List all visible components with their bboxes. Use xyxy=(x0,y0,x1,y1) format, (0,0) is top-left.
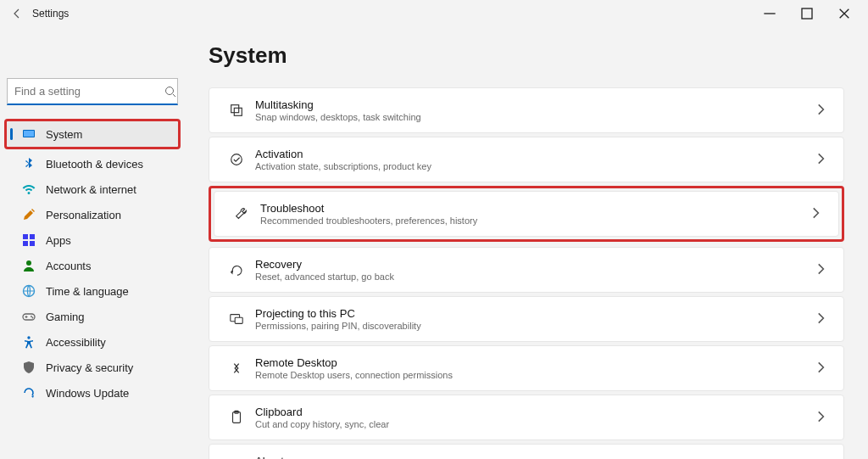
svg-rect-10 xyxy=(23,314,35,320)
chevron-right-icon xyxy=(813,311,828,328)
multitasking-icon xyxy=(225,103,248,118)
sidebar: System Bluetooth & devices Network & int… xyxy=(0,27,185,459)
highlight-troubleshoot-card: Troubleshoot Recommended troubleshooters… xyxy=(209,186,844,242)
chevron-right-icon xyxy=(813,102,828,120)
sidebar-item-accounts[interactable]: Accounts xyxy=(7,253,178,278)
sidebar-item-privacy[interactable]: Privacy & security xyxy=(7,355,178,380)
personalization-icon xyxy=(22,208,36,221)
close-icon xyxy=(837,7,851,20)
sidebar-item-apps[interactable]: Apps xyxy=(7,227,178,253)
page-title: System xyxy=(209,42,844,69)
svg-rect-15 xyxy=(234,108,242,115)
accounts-icon xyxy=(22,259,36,272)
card-subtitle: Recommended troubleshooters, preferences… xyxy=(260,216,808,226)
card-subtitle: Permissions, pairing PIN, discoverabilit… xyxy=(255,321,813,331)
card-troubleshoot[interactable]: Troubleshoot Recommended troubleshooters… xyxy=(214,191,839,237)
svg-rect-5 xyxy=(30,234,35,239)
svg-rect-7 xyxy=(30,241,35,246)
sidebar-item-label: Network & internet xyxy=(46,183,136,196)
chevron-right-icon xyxy=(813,261,828,279)
card-title: Troubleshoot xyxy=(260,202,808,215)
sidebar-item-system[interactable]: System xyxy=(7,121,178,147)
sidebar-item-label: Gaming xyxy=(46,311,85,323)
content-area: System Multitasking Snap windows, deskto… xyxy=(185,27,868,459)
search-box[interactable] xyxy=(7,78,178,105)
svg-rect-0 xyxy=(802,8,812,19)
chevron-right-icon xyxy=(813,409,828,427)
maximize-button[interactable] xyxy=(788,2,826,25)
card-title: Remote Desktop xyxy=(255,356,813,369)
close-button[interactable] xyxy=(826,2,863,25)
card-title: Recovery xyxy=(255,258,813,271)
chevron-right-icon xyxy=(808,205,823,223)
svg-point-8 xyxy=(26,260,31,266)
navigation-list: System Bluetooth & devices Network & int… xyxy=(7,119,178,406)
card-multitasking[interactable]: Multitasking Snap windows, desktops, tas… xyxy=(209,87,844,133)
network-icon xyxy=(22,182,36,196)
sidebar-item-label: Privacy & security xyxy=(46,361,133,374)
sidebar-item-label: System xyxy=(46,128,82,141)
card-title: Multitasking xyxy=(255,98,813,111)
title-bar: Settings xyxy=(0,0,868,27)
svg-point-16 xyxy=(231,154,242,165)
accessibility-icon xyxy=(22,335,36,349)
minimize-icon xyxy=(763,7,776,20)
card-activation[interactable]: Activation Activation state, subscriptio… xyxy=(209,137,844,182)
search-input[interactable] xyxy=(8,85,164,98)
shield-icon xyxy=(22,361,36,374)
sidebar-item-bluetooth[interactable]: Bluetooth & devices xyxy=(7,151,178,176)
svg-point-12 xyxy=(32,317,34,319)
sidebar-item-label: Windows Update xyxy=(46,387,129,400)
card-recovery[interactable]: Recovery Reset, advanced startup, go bac… xyxy=(209,247,844,293)
svg-rect-18 xyxy=(235,317,242,323)
globe-icon xyxy=(22,284,36,298)
svg-rect-4 xyxy=(23,234,28,239)
sidebar-item-time-language[interactable]: Time & language xyxy=(7,278,178,304)
sidebar-item-personalization[interactable]: Personalization xyxy=(7,202,178,227)
card-remote-desktop[interactable]: Remote Desktop Remote Desktop users, con… xyxy=(209,345,844,391)
sidebar-item-gaming[interactable]: Gaming xyxy=(7,304,178,329)
sidebar-item-label: Apps xyxy=(46,234,71,247)
remote-desktop-icon xyxy=(225,361,248,376)
card-projecting[interactable]: Projecting to this PC Permissions, pairi… xyxy=(209,296,844,342)
card-about[interactable]: About Device specifications, rename PC, … xyxy=(209,444,844,459)
svg-point-13 xyxy=(27,336,30,339)
card-title: Clipboard xyxy=(255,406,813,418)
chevron-right-icon xyxy=(813,360,828,378)
card-title: Activation xyxy=(255,148,813,160)
card-clipboard[interactable]: Clipboard Cut and copy history, sync, cl… xyxy=(209,395,844,440)
sidebar-item-label: Accounts xyxy=(46,260,91,272)
sidebar-item-label: Bluetooth & devices xyxy=(46,158,143,171)
svg-point-11 xyxy=(31,316,32,317)
svg-rect-3 xyxy=(24,131,34,137)
card-subtitle: Snap windows, desktops, task switching xyxy=(255,112,813,122)
activation-icon xyxy=(225,152,248,167)
sidebar-item-windows-update[interactable]: Windows Update xyxy=(7,380,178,406)
back-button[interactable] xyxy=(5,2,29,25)
card-title: Projecting to this PC xyxy=(255,307,813,320)
card-subtitle: Cut and copy history, sync, clear xyxy=(255,419,813,429)
minimize-button[interactable] xyxy=(751,2,788,25)
clipboard-icon xyxy=(225,410,248,425)
window-title: Settings xyxy=(32,8,69,20)
highlight-system-nav: System xyxy=(4,119,181,149)
back-arrow-icon xyxy=(10,7,24,20)
sidebar-item-label: Personalization xyxy=(46,209,121,221)
sidebar-item-network[interactable]: Network & internet xyxy=(7,176,178,202)
chevron-right-icon xyxy=(813,151,828,169)
sidebar-item-accessibility[interactable]: Accessibility xyxy=(7,329,178,355)
card-title: About xyxy=(255,455,813,459)
search-icon xyxy=(164,85,177,98)
card-subtitle: Activation state, subscriptions, product… xyxy=(255,161,813,171)
svg-point-1 xyxy=(166,87,174,94)
svg-rect-6 xyxy=(23,241,28,246)
update-icon xyxy=(22,386,36,400)
projecting-icon xyxy=(225,311,248,327)
maximize-icon xyxy=(800,7,814,20)
svg-rect-14 xyxy=(231,105,239,113)
bluetooth-icon xyxy=(22,157,36,171)
gaming-icon xyxy=(22,310,36,323)
card-subtitle: Reset, advanced startup, go back xyxy=(255,271,813,282)
troubleshoot-icon xyxy=(230,206,253,221)
system-icon xyxy=(22,127,36,141)
